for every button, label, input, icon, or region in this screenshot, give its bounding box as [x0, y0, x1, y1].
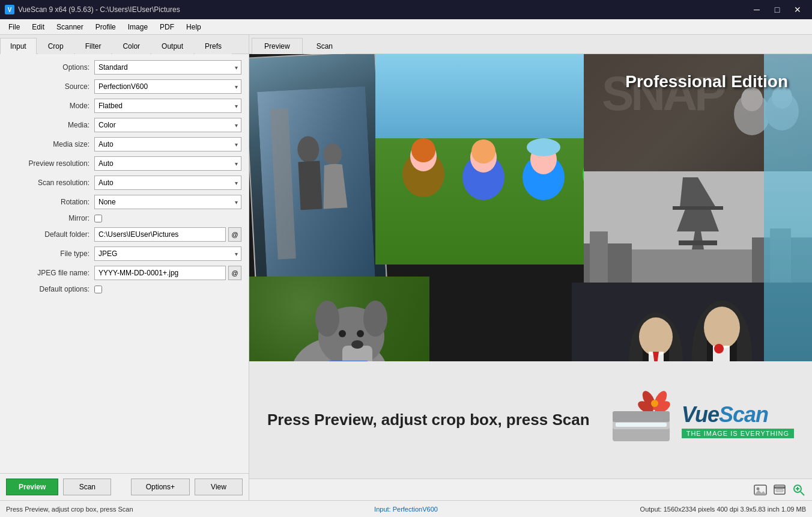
svg-line-75	[801, 492, 804, 495]
photo-dog	[249, 277, 429, 361]
statusbar: Press Preview, adjust crop box, press Sc…	[0, 500, 812, 517]
svg-point-15	[527, 138, 560, 156]
rotation-select-wrapper: None 90 CW 90 CCW 180	[94, 195, 241, 209]
window-title: VueScan 9 x64 (9.5.63) - C:\Users\IEUser…	[18, 5, 747, 14]
default-options-label: Default options:	[7, 285, 94, 293]
svg-point-23	[315, 301, 339, 337]
svg-point-50	[639, 317, 673, 356]
rotation-select[interactable]: None 90 CW 90 CCW 180	[94, 195, 241, 209]
menu-scanner[interactable]: Scanner	[50, 20, 89, 34]
default-folder-label: Default folder:	[7, 230, 94, 239]
tab-bar: Input Crop Filter Color Output Prefs	[0, 35, 249, 54]
tab-input[interactable]: Input	[0, 38, 37, 54]
options-plus-button[interactable]: Options+	[131, 479, 190, 495]
default-folder-select[interactable]: C:\Users\IEUser\Pictures	[94, 227, 226, 242]
default-folder-row: Default folder: C:\Users\IEUser\Pictures…	[7, 227, 241, 242]
photo-wedding-bg	[249, 54, 386, 284]
right-panel: Preview Scan Professional Edition	[249, 35, 812, 500]
status-left: Press Preview, adjust crop box, press Sc…	[6, 506, 273, 513]
photo-toolbar-icon[interactable]	[753, 483, 768, 497]
menu-pdf[interactable]: PDF	[154, 20, 180, 34]
zoom-toolbar-icon[interactable]	[792, 483, 806, 497]
vuescan-logo: VueScan THE IMAGE IS EVERYTHING	[610, 390, 794, 450]
preview-button[interactable]: Preview	[6, 479, 58, 495]
mirror-checkbox[interactable]	[94, 215, 102, 222]
scan-resolution-select-wrapper: Auto 300 400 600	[94, 176, 241, 190]
scan-resolution-row: Scan resolution: Auto 300 400 600	[7, 176, 241, 190]
file-type-label: File type:	[7, 249, 94, 258]
left-panel: Input Crop Filter Color Output Prefs Opt…	[0, 35, 249, 500]
rotation-row: Rotation: None 90 CW 90 CCW 180	[7, 195, 241, 209]
scan-toolbar-icon[interactable]	[772, 483, 787, 497]
svg-rect-66	[616, 423, 667, 427]
media-select[interactable]: Color Gray B&W	[94, 118, 241, 132]
svg-point-24	[363, 301, 387, 337]
media-row: Media: Color Gray B&W	[7, 118, 241, 132]
tab-color[interactable]: Color	[112, 38, 150, 54]
photo-dog-bg	[249, 277, 429, 361]
default-folder-at-button[interactable]: @	[228, 227, 241, 242]
source-select[interactable]: PerfectionV600	[94, 79, 241, 94]
svg-rect-41	[673, 206, 723, 210]
media-size-select[interactable]: Auto Letter A4	[94, 137, 241, 151]
media-size-label: Media size:	[7, 140, 94, 148]
close-button[interactable]: ✕	[788, 1, 807, 18]
menu-profile[interactable]: Profile	[89, 20, 122, 34]
scanner-icon-area	[610, 390, 676, 450]
preview-resolution-select-wrapper: Auto 72 100 150	[94, 156, 241, 171]
tab-output[interactable]: Output	[151, 38, 193, 54]
media-size-row: Media size: Auto Letter A4	[7, 137, 241, 151]
default-folder-input-group: C:\Users\IEUser\Pictures @	[94, 227, 241, 242]
vuescan-brand-text: VueScan	[682, 402, 794, 427]
menu-file[interactable]: File	[2, 20, 26, 34]
mode-select[interactable]: Flatbed Transparency	[94, 99, 241, 113]
preview-tab-preview[interactable]: Preview	[252, 38, 303, 54]
maximize-button[interactable]: □	[768, 1, 787, 18]
mode-row: Mode: Flatbed Transparency	[7, 99, 241, 113]
preview-resolution-select[interactable]: Auto 72 100 150	[94, 156, 241, 171]
svg-point-12	[471, 139, 495, 164]
brand-scan: Scan	[719, 402, 768, 427]
svg-point-9	[411, 138, 435, 162]
photo-scanner	[764, 54, 812, 361]
menu-edit[interactable]: Edit	[26, 20, 50, 34]
menu-help[interactable]: Help	[180, 20, 207, 34]
tab-prefs[interactable]: Prefs	[195, 38, 232, 54]
tab-crop[interactable]: Crop	[38, 38, 74, 54]
mode-select-wrapper: Flatbed Transparency	[94, 99, 241, 113]
preview-area: Professional Edition	[249, 54, 812, 500]
preview-tab-scan[interactable]: Scan	[304, 38, 345, 54]
jpeg-file-name-select[interactable]: YYYY-MM-DD-0001+.jpg	[94, 266, 226, 280]
options-select[interactable]: Standard Professional	[94, 60, 241, 75]
scan-resolution-select[interactable]: Auto 300 400 600	[94, 176, 241, 190]
main-area: Input Crop Filter Color Output Prefs Opt…	[0, 35, 812, 500]
svg-point-63	[651, 400, 658, 407]
photo-wedding	[249, 54, 387, 286]
form-area: Options: Standard Professional Source: P…	[0, 54, 249, 473]
status-center: Input: PerfectionV600	[273, 506, 539, 513]
app-icon: V	[5, 5, 14, 14]
jpeg-file-name-at-button[interactable]: @	[228, 266, 241, 280]
svg-point-69	[757, 487, 760, 490]
scan-button[interactable]: Scan	[63, 479, 111, 495]
svg-rect-5	[298, 161, 322, 210]
svg-point-26	[357, 330, 364, 337]
preview-resolution-label: Preview resolution:	[7, 159, 94, 168]
mode-label: Mode:	[7, 102, 94, 110]
file-type-select[interactable]: JPEG TIFF PDF PNG	[94, 246, 241, 261]
view-button[interactable]: View	[195, 479, 243, 495]
jpeg-file-name-row: JPEG file name: YYYY-MM-DD-0001+.jpg @	[7, 266, 241, 280]
svg-rect-67	[613, 411, 670, 422]
svg-point-25	[339, 330, 346, 337]
mirror-row: Mirror:	[7, 214, 241, 222]
default-options-checkbox[interactable]	[94, 286, 102, 293]
menu-image[interactable]: Image	[122, 20, 154, 34]
source-row: Source: PerfectionV600	[7, 79, 241, 94]
minimize-button[interactable]: ─	[747, 1, 766, 18]
photo-scanner-bg	[764, 54, 812, 361]
brand-text-area: VueScan THE IMAGE IS EVERYTHING	[682, 402, 794, 438]
tab-filter[interactable]: Filter	[75, 38, 112, 54]
media-select-wrapper: Color Gray B&W	[94, 118, 241, 132]
titlebar: V VueScan 9 x64 (9.5.63) - C:\Users\IEUs…	[0, 0, 812, 19]
default-options-row: Default options:	[7, 285, 241, 293]
